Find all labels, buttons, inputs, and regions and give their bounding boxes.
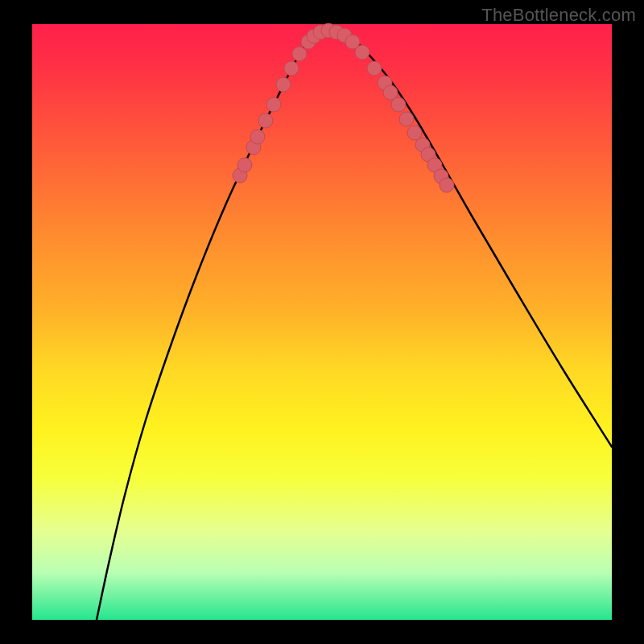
data-dot	[276, 77, 291, 92]
data-dot	[284, 61, 299, 76]
plot-area	[32, 24, 612, 620]
data-dot	[237, 158, 252, 172]
curve-svg	[32, 24, 612, 620]
chart-stage: TheBottleneck.com	[0, 0, 644, 644]
data-dot	[367, 61, 382, 76]
data-dot	[266, 97, 281, 112]
data-dot	[440, 178, 454, 192]
bottleneck-curve	[97, 28, 612, 620]
data-dot	[292, 47, 307, 61]
data-dot	[399, 112, 414, 126]
watermark-label: TheBottleneck.com	[481, 5, 636, 26]
data-dot	[391, 97, 406, 112]
data-dot	[355, 45, 369, 60]
data-dot	[250, 130, 265, 144]
data-dot	[258, 114, 273, 128]
curve-dots	[233, 23, 454, 192]
